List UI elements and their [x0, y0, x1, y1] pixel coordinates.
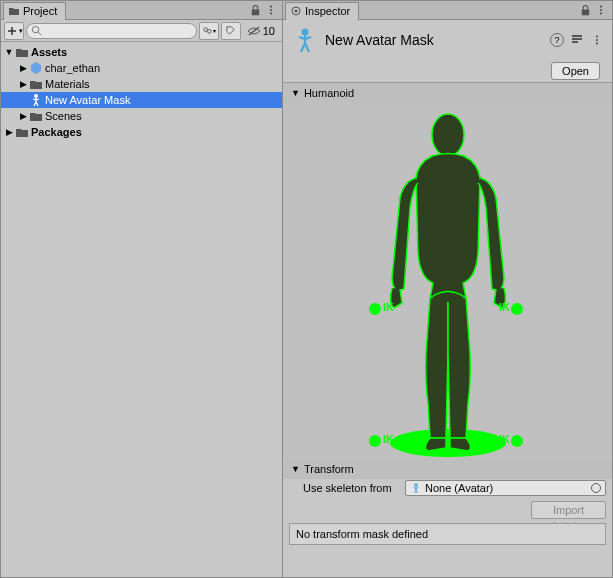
- foldout-arrow-icon: ▼: [291, 464, 300, 474]
- svg-point-20: [596, 42, 598, 44]
- svg-point-12: [600, 9, 602, 11]
- create-button[interactable]: ▾: [4, 22, 24, 40]
- svg-point-1: [270, 9, 272, 11]
- svg-point-22: [432, 114, 464, 156]
- lock-icon[interactable]: [578, 3, 592, 17]
- svg-line-4: [38, 32, 41, 35]
- expand-arrow-icon[interactable]: ▶: [17, 110, 29, 122]
- project-tab[interactable]: Project: [3, 2, 66, 20]
- project-tree: ▼ Assets ▶ char_ethan ▶ Materials ▶ New …: [1, 42, 282, 577]
- avatar-object-field[interactable]: None (Avatar): [405, 480, 606, 496]
- svg-rect-17: [572, 41, 578, 43]
- ik-right-foot-dot[interactable]: [511, 435, 523, 447]
- folder-icon: [8, 5, 20, 17]
- context-menu-icon[interactable]: [590, 33, 604, 47]
- context-menu-icon[interactable]: [594, 3, 608, 17]
- use-skeleton-label: Use skeleton from: [289, 482, 399, 494]
- svg-rect-16: [572, 38, 582, 40]
- ik-right-hand-dot[interactable]: [511, 303, 523, 315]
- filter-type-button[interactable]: ▾: [199, 22, 219, 40]
- tree-label: New Avatar Mask: [45, 94, 130, 106]
- transform-mask-status: No transform mask defined: [289, 523, 606, 545]
- svg-point-6: [207, 30, 211, 34]
- preset-icon[interactable]: [570, 32, 584, 48]
- inspector-title: New Avatar Mask: [325, 32, 544, 48]
- svg-point-19: [596, 39, 598, 41]
- ik-left-hand-dot[interactable]: [369, 303, 381, 315]
- section-label: Transform: [304, 463, 354, 475]
- tree-item-assets[interactable]: ▼ Assets: [1, 44, 282, 60]
- svg-point-14: [302, 29, 309, 36]
- svg-point-13: [600, 12, 602, 14]
- tree-label: char_ethan: [45, 62, 100, 74]
- search-input[interactable]: [26, 23, 197, 39]
- svg-point-21: [390, 429, 506, 457]
- avatar-mask-icon: [291, 26, 319, 54]
- transform-section-body: Use skeleton from None (Avatar) Import s…: [283, 479, 612, 577]
- inspector-panel: Inspector New Avatar Mask ? Open ▼ Human…: [283, 1, 612, 577]
- context-menu-icon[interactable]: [264, 3, 278, 17]
- folder-icon: [29, 77, 43, 91]
- avatar-field-value: None (Avatar): [425, 482, 493, 494]
- expand-arrow-icon[interactable]: ▼: [3, 46, 15, 58]
- tree-item-new-avatar-mask[interactable]: ▶ New Avatar Mask: [1, 92, 282, 108]
- lock-icon[interactable]: [248, 3, 262, 17]
- tree-label: Scenes: [45, 110, 82, 122]
- svg-point-10: [295, 10, 298, 13]
- hidden-count-label: 10: [263, 25, 275, 37]
- tree-label: Materials: [45, 78, 90, 90]
- tree-item-materials[interactable]: ▶ Materials: [1, 76, 282, 92]
- folder-icon: [15, 45, 29, 59]
- section-label: Humanoid: [304, 87, 354, 99]
- svg-point-0: [270, 5, 272, 7]
- project-panel: Project ▾ ▾ 10: [1, 1, 283, 577]
- transform-section-header[interactable]: ▼ Transform: [283, 459, 612, 479]
- project-toolbar: ▾ ▾ 10: [1, 20, 282, 42]
- project-tab-label: Project: [23, 5, 57, 17]
- inspector-header: New Avatar Mask ?: [283, 20, 612, 60]
- use-skeleton-row: Use skeleton from None (Avatar): [289, 479, 606, 497]
- project-tab-bar: Project: [1, 1, 282, 20]
- inspector-tab-bar: Inspector: [283, 1, 612, 20]
- avatar-icon: [410, 482, 422, 494]
- ik-left-hand-label: IK: [383, 301, 394, 313]
- ik-right-hand-label: IK: [499, 301, 510, 313]
- inspector-icon: [290, 5, 302, 17]
- search-icon: [31, 25, 42, 36]
- inspector-tab-label: Inspector: [305, 5, 350, 17]
- svg-point-11: [600, 5, 602, 7]
- ik-left-foot-dot[interactable]: [369, 435, 381, 447]
- object-picker-icon[interactable]: [591, 483, 601, 493]
- expand-arrow-icon[interactable]: ▶: [17, 62, 29, 74]
- prefab-icon: [29, 61, 43, 75]
- inspector-tab[interactable]: Inspector: [285, 2, 359, 20]
- svg-point-2: [270, 12, 272, 14]
- foldout-arrow-icon: ▼: [291, 88, 300, 98]
- tree-item-packages[interactable]: ▶ Packages: [1, 124, 282, 140]
- svg-point-23: [414, 483, 417, 486]
- import-skeleton-button: Import skeleton: [531, 501, 606, 519]
- tree-item-scenes[interactable]: ▶ Scenes: [1, 108, 282, 124]
- svg-point-5: [204, 28, 208, 32]
- status-text: No transform mask defined: [296, 528, 428, 540]
- svg-rect-15: [572, 35, 582, 37]
- svg-point-8: [34, 94, 38, 98]
- ik-right-foot-label: IK: [499, 433, 510, 445]
- search-container: [26, 23, 197, 39]
- avatar-mask-icon: [29, 93, 43, 107]
- filter-label-button[interactable]: [221, 22, 241, 40]
- hidden-count-button[interactable]: 10: [243, 22, 279, 40]
- help-icon[interactable]: ?: [550, 33, 564, 47]
- folder-icon: [15, 125, 29, 139]
- expand-arrow-icon[interactable]: ▶: [3, 126, 15, 138]
- folder-icon: [29, 109, 43, 123]
- svg-point-3: [32, 26, 38, 32]
- humanoid-section-header[interactable]: ▼ Humanoid: [283, 83, 612, 103]
- ik-left-foot-label: IK: [383, 433, 394, 445]
- expand-arrow-icon[interactable]: ▶: [17, 78, 29, 90]
- import-skeleton-row: Import skeleton: [289, 501, 606, 519]
- open-button[interactable]: Open: [551, 62, 600, 80]
- humanoid-silhouette[interactable]: [348, 103, 548, 459]
- tree-item-char-ethan[interactable]: ▶ char_ethan: [1, 60, 282, 76]
- humanoid-body-diagram[interactable]: IK IK IK IK: [283, 103, 612, 459]
